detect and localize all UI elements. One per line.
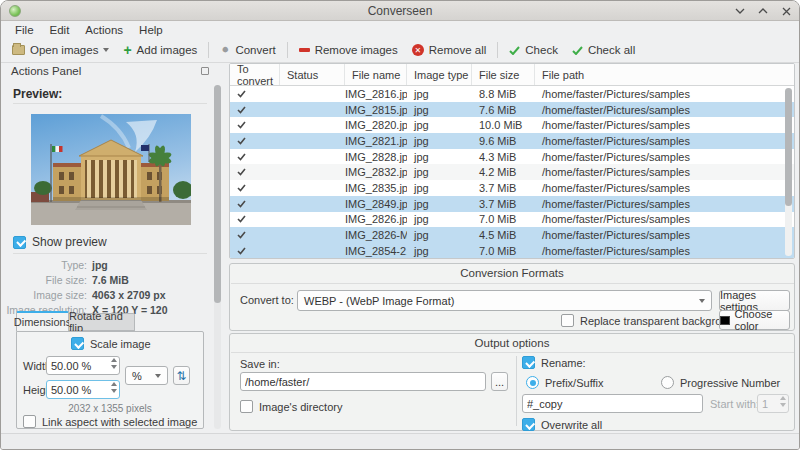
menu-help[interactable]: Help (131, 23, 171, 37)
check-icon (237, 231, 246, 239)
cell-path: /home/faster/Pictures/samples (535, 166, 794, 178)
color-swatch-icon (720, 316, 730, 325)
cell-type: jpg (407, 151, 472, 163)
cell-conv[interactable] (230, 88, 280, 100)
cell-conv[interactable] (230, 245, 280, 257)
cell-conv[interactable] (230, 213, 280, 225)
tab-rotate-and-flip[interactable]: Rotate and flip (69, 313, 135, 331)
progressive-number-radio[interactable]: Progressive Number (661, 376, 780, 389)
height-spinner[interactable] (46, 380, 120, 399)
cell-conv[interactable] (230, 229, 280, 241)
convert-button[interactable]: ⚫ Convert (213, 41, 282, 59)
table-row[interactable]: IMG_2826.jpgjpg7.0 MiB/home/faster/Pictu… (230, 212, 794, 228)
detach-panel-icon[interactable] (201, 67, 209, 75)
table-row[interactable]: IMG_2828.jpgjpg4.3 MiB/home/faster/Pictu… (230, 149, 794, 165)
swap-dimensions-button[interactable]: ⇅ (173, 366, 190, 385)
menu-actions[interactable]: Actions (77, 23, 131, 37)
cell-name: IMG_2832.jpg (345, 166, 407, 178)
table-row[interactable]: IMG_2835.jpgjpg3.7 MiB/home/faster/Pictu… (230, 180, 794, 196)
link-aspect-checkbox[interactable]: Link aspect with selected image (23, 415, 197, 428)
close-icon[interactable] (779, 4, 793, 18)
scale-image-checkbox[interactable]: Scale image (71, 337, 151, 350)
width-input[interactable] (46, 356, 120, 375)
overwrite-all-checkbox[interactable]: Overwrite all (522, 418, 602, 431)
file-table: To convertStatusFile nameImage typeFile … (229, 63, 795, 259)
title-bar[interactable]: Converseen (1, 1, 799, 21)
height-input[interactable] (46, 380, 120, 399)
table-row[interactable]: IMG_2826-M...jpg4.5 MiB/home/faster/Pict… (230, 227, 794, 243)
status-bar (1, 433, 799, 450)
cell-size: 10.0 MiB (472, 119, 535, 131)
cell-conv[interactable] (230, 119, 280, 131)
check-all-button[interactable]: Check all (565, 41, 642, 59)
table-row[interactable]: IMG_2821.jpgjpg9.6 MiB/home/faster/Pictu… (230, 133, 794, 149)
format-combobox[interactable]: WEBP - (WebP Image Format) (297, 290, 712, 311)
open-folder-icon (12, 45, 25, 55)
table-scrollbar[interactable] (785, 88, 792, 256)
cell-name: IMG_2835.jpg (345, 182, 407, 194)
cell-name: IMG_2854-2.j... (345, 245, 407, 257)
cell-conv[interactable] (230, 104, 280, 116)
cell-conv[interactable] (230, 198, 280, 210)
check-icon (237, 153, 246, 161)
choose-color-button[interactable]: Choose color (719, 310, 790, 330)
cell-conv[interactable] (230, 166, 280, 178)
column-header-image-type[interactable]: Image type (407, 64, 472, 85)
unit-combobox[interactable]: % (125, 366, 168, 385)
table-row[interactable]: IMG_2849.jpgjpg3.7 MiB/home/faster/Pictu… (230, 196, 794, 212)
column-header-file-name[interactable]: File name (345, 64, 407, 85)
column-header-file-path[interactable]: File path (535, 64, 794, 85)
column-header-file-size[interactable]: File size (472, 64, 535, 85)
cell-type: jpg (407, 245, 472, 257)
add-images-button[interactable]: + Add images (116, 41, 204, 59)
browse-button[interactable]: ... (491, 372, 508, 391)
check-button[interactable]: Check (502, 41, 565, 59)
rename-pattern-input[interactable] (522, 394, 703, 413)
save-in-label: Save in: (240, 358, 280, 370)
cell-name: IMG_2820.jpg (345, 119, 407, 131)
save-path-input[interactable] (240, 372, 486, 391)
chevron-down-icon (699, 299, 705, 303)
menu-file[interactable]: File (7, 23, 42, 37)
cell-name: IMG_2816.jpg (345, 88, 407, 100)
rename-checkbox[interactable]: Rename: (522, 356, 586, 369)
radio-icon (661, 376, 674, 389)
remove-images-button[interactable]: Remove images (292, 41, 405, 59)
cell-size: 4.3 MiB (472, 151, 535, 163)
panel-scrollbar[interactable] (214, 85, 221, 429)
output-options-title: Output options (230, 337, 794, 349)
cell-conv[interactable] (230, 182, 280, 194)
toolbar-separator (287, 42, 288, 58)
table-row[interactable]: IMG_2815.jpgjpg7.6 MiB/home/faster/Pictu… (230, 102, 794, 118)
remove-all-button[interactable]: ✕ Remove all (405, 41, 494, 59)
cell-type: jpg (407, 104, 472, 116)
cell-name: IMG_2815.jpg (345, 104, 407, 116)
maximize-icon[interactable] (756, 4, 770, 18)
tab-dimensions[interactable]: Dimensions (16, 311, 69, 331)
chevron-down-icon (155, 374, 161, 378)
minimize-icon[interactable] (733, 4, 747, 18)
images-directory-checkbox[interactable]: Image's directory (240, 400, 342, 413)
cell-name: IMG_2828.jpg (345, 151, 407, 163)
column-header-status[interactable]: Status (280, 64, 345, 85)
cell-conv[interactable] (230, 135, 280, 147)
start-with-spinner[interactable] (757, 394, 789, 413)
cell-path: /home/faster/Pictures/samples (535, 119, 794, 131)
table-row[interactable]: IMG_2816.jpgjpg8.8 MiB/home/faster/Pictu… (230, 86, 794, 102)
replace-transparent-checkbox[interactable]: Replace transparent background (561, 314, 740, 327)
check-icon (237, 184, 246, 192)
cell-conv[interactable] (230, 151, 280, 163)
menu-edit[interactable]: Edit (42, 23, 78, 37)
table-row[interactable]: IMG_2854-2.j...jpg7.0 MiB/home/faster/Pi… (230, 243, 794, 259)
conversion-formats-group: Conversion Formats Convert to: WEBP - (W… (229, 263, 795, 331)
open-images-button[interactable]: Open images (5, 41, 116, 59)
chevron-down-icon (103, 48, 109, 52)
column-header-to-convert[interactable]: To convert (230, 64, 280, 85)
table-row[interactable]: IMG_2832.jpgjpg4.2 MiB/home/faster/Pictu… (230, 164, 794, 180)
cell-size: 7.0 MiB (472, 245, 535, 257)
table-row[interactable]: IMG_2820.jpgjpg10.0 MiB/home/faster/Pict… (230, 117, 794, 133)
width-spinner[interactable] (46, 356, 120, 375)
check-icon (237, 90, 246, 98)
prefix-suffix-radio[interactable]: Prefix/Suffix (526, 376, 604, 389)
show-preview-checkbox[interactable]: Show preview (13, 235, 107, 249)
